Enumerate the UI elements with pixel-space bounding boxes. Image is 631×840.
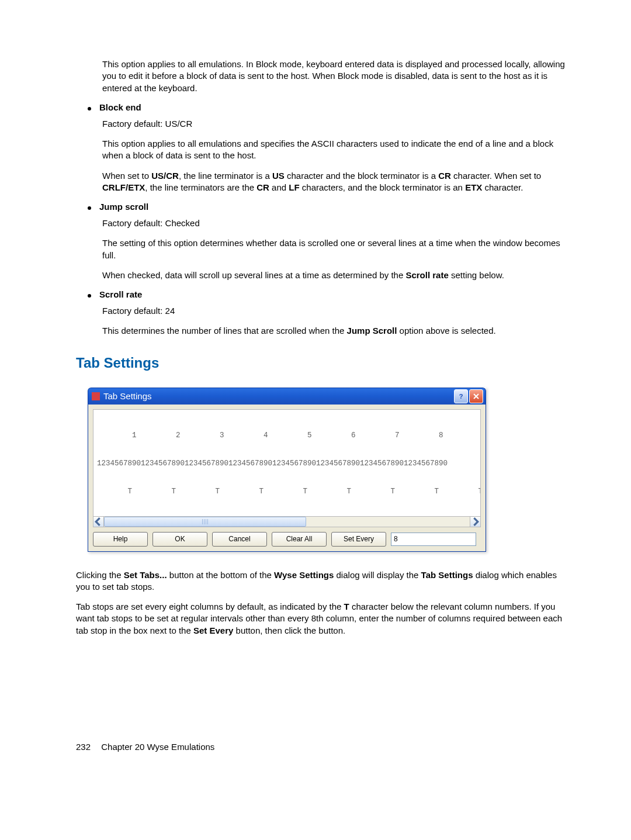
scroll-rate-factory: Factory default: 24 — [102, 305, 567, 317]
help-icon[interactable]: ? — [454, 389, 468, 403]
scroll-track[interactable] — [104, 517, 470, 527]
jump-scroll-p2: When checked, data will scroll up severa… — [102, 269, 567, 281]
bullet-label: Jump scroll — [99, 202, 148, 212]
intro-text: This option applies to all emulations. I… — [102, 58, 567, 94]
after-p1: Clicking the Set Tabs... button at the b… — [76, 569, 567, 593]
bullet-icon — [88, 294, 91, 298]
jump-scroll-factory: Factory default: Checked — [102, 217, 567, 229]
tab-settings-dialog: Tab Settings ? 1 2 3 4 5 6 7 8 12345 — [88, 388, 486, 552]
block-end-p1: This option applies to all emulations an… — [102, 138, 567, 162]
bullet-scroll-rate: Scroll rate — [88, 289, 567, 299]
dialog-body: 1 2 3 4 5 6 7 8 123456789012345678901234… — [88, 405, 486, 552]
app-icon — [92, 392, 100, 400]
tab-ruler[interactable]: 1 2 3 4 5 6 7 8 123456789012345678901234… — [93, 409, 481, 517]
page-number: 232 — [76, 742, 91, 752]
scroll-thumb[interactable] — [104, 517, 306, 527]
bullet-icon — [88, 206, 91, 210]
bullet-label: Scroll rate — [99, 289, 142, 299]
horizontal-scrollbar[interactable] — [93, 517, 481, 527]
scroll-right-icon[interactable] — [470, 517, 480, 527]
ok-button[interactable]: OK — [152, 532, 207, 547]
titlebar: Tab Settings ? — [88, 388, 486, 405]
cancel-button[interactable]: Cancel — [212, 532, 267, 547]
bullet-icon — [88, 107, 91, 110]
scroll-rate-p1: This determines the number of lines that… — [102, 325, 567, 337]
help-button[interactable]: Help — [93, 532, 148, 547]
set-every-input[interactable]: 8 — [391, 533, 476, 546]
bullet-jump-scroll: Jump scroll — [88, 202, 567, 212]
scroll-left-icon[interactable] — [93, 517, 104, 527]
after-p2: Tab stops are set every eight columns by… — [76, 601, 567, 637]
jump-scroll-p1: The setting of this option determines wh… — [102, 237, 567, 261]
set-every-button[interactable]: Set Every — [331, 532, 386, 547]
bullet-block-end: Block end — [88, 102, 567, 112]
block-end-factory: Factory default: US/CR — [102, 118, 567, 130]
ruler-tabs: T T T T T T T T T — [93, 486, 480, 497]
titlebar-text: Tab Settings — [103, 391, 453, 401]
ruler-tens: 1 2 3 4 5 6 7 8 — [93, 430, 480, 441]
chapter-label: Chapter 20 Wyse Emulations — [101, 742, 214, 752]
ruler-digits: 1234567890123456789012345678901234567890… — [93, 458, 480, 469]
close-icon[interactable] — [469, 389, 483, 403]
svg-text:?: ? — [459, 393, 463, 400]
clear-all-button[interactable]: Clear All — [272, 532, 327, 547]
page-footer: 232 Chapter 20 Wyse Emulations — [76, 742, 567, 752]
section-heading: Tab Settings — [76, 355, 567, 371]
bullet-label: Block end — [99, 102, 141, 112]
block-end-p2: When set to US/CR, the line terminator i… — [102, 170, 567, 194]
